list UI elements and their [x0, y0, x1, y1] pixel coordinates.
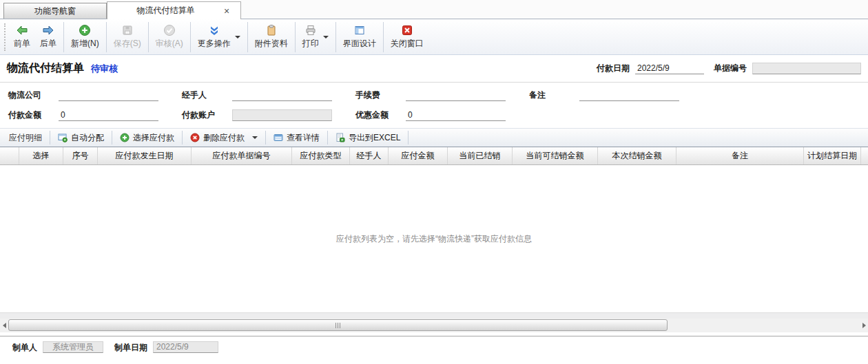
field-remark: 备注	[529, 89, 679, 101]
column-header-seq[interactable]: 序号	[63, 147, 98, 164]
discount-input[interactable]: 0	[406, 109, 506, 121]
print-button[interactable]: 打印	[298, 23, 333, 51]
field-pay-account: 付款账户	[182, 109, 332, 121]
x-circle-red-icon	[190, 133, 200, 142]
more-actions-label: 更多操作	[198, 38, 231, 50]
logistics-company-input[interactable]	[59, 89, 158, 101]
add-new-button[interactable]: 新增(N)	[66, 23, 104, 51]
column-header-payable-date[interactable]: 应付款发生日期	[98, 147, 192, 164]
column-header-settleable-amount[interactable]: 当前可结销金额	[513, 147, 598, 164]
print-label: 打印	[302, 38, 319, 50]
remark-label: 备注	[529, 89, 579, 101]
close-window-label: 关闭窗口	[391, 38, 424, 50]
thumb-grip-icon	[340, 323, 340, 328]
field-handler: 经手人	[182, 89, 332, 101]
view-details-button[interactable]: 查看详情	[267, 129, 326, 146]
plus-circle-green-icon	[79, 24, 91, 36]
pay-date-label: 付款日期	[597, 63, 630, 74]
column-header-payable-amount[interactable]: 应付金额	[389, 147, 448, 164]
column-header-payable-type[interactable]: 应付款类型	[292, 147, 350, 164]
toolbar-separator	[327, 131, 328, 144]
handler-label: 经手人	[182, 89, 232, 101]
export-excel-button[interactable]: 导出到EXCEL	[329, 129, 406, 146]
column-header-remark[interactable]: 备注	[676, 147, 804, 164]
scroll-right-arrow-icon	[862, 323, 866, 328]
view-details-label: 查看详情	[287, 132, 320, 144]
column-header-settled[interactable]: 当前已结销	[448, 147, 513, 164]
prev-doc-button[interactable]: 前单	[9, 23, 35, 51]
toolbar-separator	[408, 131, 409, 144]
scrollbar-thumb[interactable]	[8, 319, 668, 331]
tab-function-nav[interactable]: 功能导航窗	[3, 3, 107, 19]
ui-design-button[interactable]: 界面设计	[338, 23, 381, 51]
grid-bottom-strip	[0, 312, 868, 319]
audit-button[interactable]: 审核(A)	[151, 23, 188, 51]
dropdown-arrow-icon[interactable]	[323, 36, 329, 39]
thumb-grip-icon	[338, 323, 338, 328]
column-header-select[interactable]: 选择	[19, 147, 63, 164]
delete-payable-button[interactable]: 删除应付款	[184, 129, 264, 146]
page-title: 物流代付结算单	[7, 61, 84, 76]
column-header-payable-doc-no[interactable]: 应付款单据编号	[192, 147, 292, 164]
status-badge: 待审核	[91, 63, 118, 75]
creator-field: 系统管理员	[43, 341, 103, 353]
doc-no-field	[752, 63, 861, 74]
pay-account-field	[232, 109, 332, 121]
dropdown-arrow-icon[interactable]	[235, 36, 240, 39]
toolbar-grip	[4, 23, 6, 51]
tab-bar: 功能导航窗 物流代付结算单 ×	[0, 0, 868, 19]
tab-logistics-settlement[interactable]: 物流代付结算单 ×	[107, 1, 241, 19]
footer-status-bar: 制单人 系统管理员 制单日期 2022/5/9	[0, 336, 868, 364]
field-fee: 手续费	[355, 89, 506, 101]
layout-window-icon	[353, 24, 366, 36]
column-header-indicator	[0, 147, 19, 164]
fee-label: 手续费	[355, 89, 406, 101]
close-window-button[interactable]: 关闭窗口	[386, 23, 428, 51]
printer-icon	[304, 24, 317, 36]
field-pay-amount: 付款金额 0	[8, 109, 158, 121]
auto-assign-icon	[58, 133, 68, 142]
select-payable-button[interactable]: 选择应付款	[114, 129, 180, 146]
scroll-right-button[interactable]	[860, 319, 868, 332]
fee-input[interactable]	[406, 89, 506, 101]
horizontal-scrollbar[interactable]	[0, 319, 868, 332]
pay-amount-input[interactable]: 0	[59, 109, 158, 121]
auto-assign-button[interactable]: 自动分配	[52, 129, 110, 146]
field-discount: 优惠金额 0	[355, 109, 506, 121]
export-excel-icon	[335, 133, 345, 142]
toolbar-separator	[265, 131, 266, 144]
column-header-handler[interactable]: 经手人	[350, 147, 389, 164]
save-label: 保存(S)	[114, 38, 141, 50]
create-date-label: 制单日期	[114, 341, 147, 354]
tab-close-icon[interactable]: ×	[224, 6, 240, 17]
tab-label: 物流代付结算单	[107, 5, 224, 17]
add-new-label: 新增(N)	[71, 38, 99, 50]
scroll-left-button[interactable]	[0, 319, 8, 332]
creator-label: 制单人	[12, 341, 37, 354]
dropdown-arrow-icon[interactable]	[252, 136, 258, 139]
column-header-this-settle-amount[interactable]: 本次结销金额	[598, 147, 676, 164]
detail-toolbar: 应付明细 自动分配 选择应付款 删除应付款 查看详情 导出到EXCEL	[0, 128, 868, 147]
empty-table-message: 应付款列表为空，请先选择“物流快递”获取应付款信息	[336, 233, 532, 245]
more-actions-button[interactable]: 更多操作	[193, 23, 245, 51]
pay-date-input[interactable]: 2022/5/9	[635, 63, 704, 74]
attachments-button[interactable]: 附件资料	[250, 23, 293, 51]
double-chevron-down-icon	[208, 24, 220, 36]
next-doc-button[interactable]: 后单	[35, 23, 61, 51]
remark-input[interactable]	[579, 89, 679, 101]
auto-assign-label: 自动分配	[71, 132, 104, 144]
close-red-icon	[401, 24, 413, 36]
toolbar-separator	[247, 22, 248, 52]
toolbar-separator	[190, 22, 191, 52]
pay-account-label: 付款账户	[182, 109, 232, 121]
document-header: 物流代付结算单 待审核 付款日期 2022/5/9 单据编号	[0, 55, 868, 83]
column-header-plan-settle-date[interactable]: 计划结算日期	[804, 147, 861, 164]
handler-input[interactable]	[232, 89, 332, 101]
save-button[interactable]: 保存(S)	[109, 23, 146, 51]
tab-label: 功能导航窗	[34, 6, 76, 17]
discount-label: 优惠金额	[355, 109, 406, 121]
attachments-label: 附件资料	[255, 38, 288, 50]
form-row-2: 付款金额 0 付款账户 优惠金额 0	[0, 105, 868, 125]
toolbar-separator	[295, 22, 296, 52]
detail-table-icon	[273, 133, 283, 142]
